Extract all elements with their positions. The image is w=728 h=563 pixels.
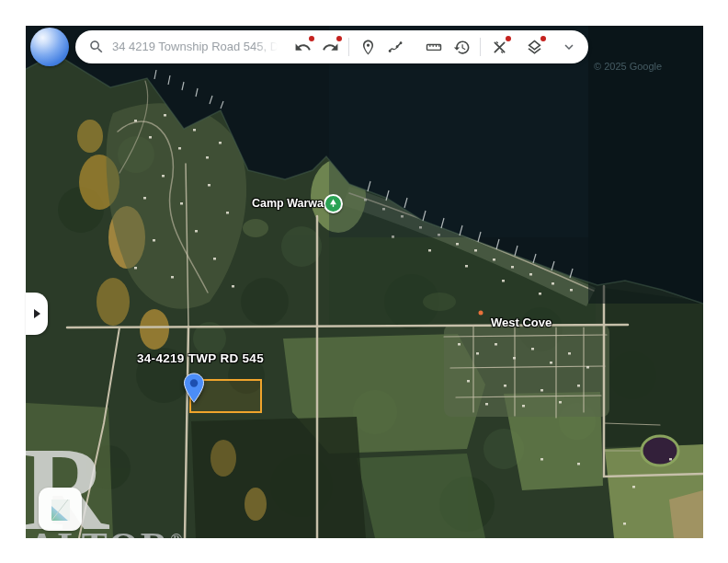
tools-notification-dot bbox=[506, 36, 511, 41]
layers-notification-dot bbox=[540, 36, 546, 41]
chevron-right-icon bbox=[34, 309, 40, 318]
google-earth-logo[interactable] bbox=[30, 28, 69, 66]
pond bbox=[642, 436, 678, 465]
expand-panel-handle[interactable] bbox=[26, 293, 48, 335]
measure-ruler-button[interactable] bbox=[420, 33, 448, 61]
undo-notification-dot bbox=[309, 36, 314, 41]
screenshot-frame: © 2025 Google Camp Warwa West Cove 34-42… bbox=[0, 0, 728, 563]
collapse-toolbar-button[interactable] bbox=[555, 33, 583, 61]
undo-button[interactable] bbox=[289, 33, 316, 61]
realtor-card-icon bbox=[46, 495, 75, 524]
map-copyright: © 2025 Google bbox=[594, 61, 662, 72]
toolbar-divider bbox=[348, 38, 349, 56]
search-text-fade bbox=[254, 38, 278, 56]
layers-button[interactable] bbox=[520, 33, 548, 61]
toolbar-divider bbox=[480, 38, 481, 56]
redo-button[interactable] bbox=[316, 33, 344, 61]
property-address-label: 34-4219 TWP RD 545 bbox=[137, 351, 264, 365]
camp-warwa-poi-icon[interactable] bbox=[324, 194, 343, 213]
toolbar bbox=[75, 30, 588, 63]
location-pin-icon[interactable] bbox=[183, 373, 205, 408]
west-cove-label: West Cove bbox=[491, 316, 552, 329]
camp-warwa-label: Camp Warwa bbox=[252, 197, 324, 210]
satellite-map-viewport[interactable]: © 2025 Google Camp Warwa West Cove 34-42… bbox=[26, 26, 703, 538]
redo-notification-dot bbox=[336, 36, 342, 41]
draw-path-button[interactable] bbox=[381, 33, 409, 61]
search-input-wrap bbox=[112, 38, 278, 56]
tools-button[interactable] bbox=[485, 33, 513, 61]
add-placemark-button[interactable] bbox=[354, 33, 381, 61]
satellite-terrain bbox=[26, 26, 703, 538]
historical-imagery-button[interactable] bbox=[448, 33, 475, 61]
search-input[interactable] bbox=[112, 40, 278, 53]
realtor-watermark-text: REALTOR® bbox=[26, 524, 185, 538]
search-icon[interactable] bbox=[86, 33, 107, 61]
